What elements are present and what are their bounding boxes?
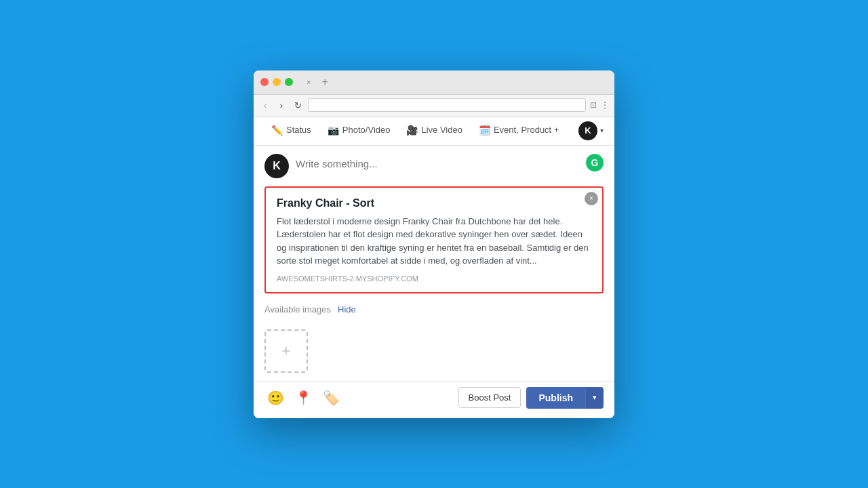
publish-dropdown-button[interactable]: ▾	[585, 387, 604, 409]
available-images-label: Available images	[264, 304, 331, 314]
tab-close-button[interactable]: ×	[307, 78, 311, 86]
link-preview-container: Franky Chair - Sort Flot læderstol i mod…	[264, 186, 604, 293]
link-preview-domain: AWESOMETSHIRTS-2.MYSHOPIFY.COM	[277, 274, 591, 283]
browser-toolbar: ‹ › ↻ ⊡ ⋮	[254, 95, 614, 117]
link-preview-title: Franky Chair - Sort	[277, 197, 591, 209]
menu-icon[interactable]: ⋮	[601, 100, 609, 110]
event-product-icon: 🗓️	[479, 125, 490, 136]
images-row: +	[254, 325, 614, 381]
tab-event-product-label: Event, Product +	[494, 125, 559, 135]
hide-images-link[interactable]: Hide	[338, 304, 356, 314]
link-preview-close-button[interactable]: ×	[585, 192, 598, 205]
link-preview-content: Franky Chair - Sort Flot læderstol i mod…	[266, 188, 602, 292]
add-image-button[interactable]: +	[264, 329, 308, 373]
compose-input[interactable]	[296, 154, 604, 169]
account-icon[interactable]: ⊡	[590, 100, 597, 110]
location-icon[interactable]: 📍	[292, 387, 315, 409]
browser-window: × + ‹ › ↻ ⊡ ⋮ ✏️ Status 📷 Photo/Video 🎥	[254, 70, 614, 418]
fullscreen-traffic-light[interactable]	[285, 78, 293, 86]
emoji-icon[interactable]: 🙂	[264, 387, 287, 409]
tab-live-video[interactable]: 🎥 Live Video	[399, 117, 469, 145]
link-preview-card: Franky Chair - Sort Flot læderstol i mod…	[264, 186, 604, 293]
facebook-content: ✏️ Status 📷 Photo/Video 🎥 Live Video 🗓️ …	[254, 117, 614, 418]
tab-photo-video-label: Photo/Video	[342, 125, 391, 135]
close-traffic-light[interactable]	[260, 78, 269, 86]
forward-button[interactable]: ›	[275, 100, 288, 110]
status-icon: ✏️	[271, 125, 283, 136]
tab-event-product[interactable]: 🗓️ Event, Product +	[472, 117, 566, 145]
avatar: K	[264, 154, 289, 178]
refresh-button[interactable]: ↻	[292, 100, 304, 110]
browser-titlebar: × +	[254, 70, 614, 95]
address-bar[interactable]	[308, 98, 586, 112]
photo-video-icon: 📷	[328, 125, 339, 136]
tab-add-button[interactable]: +	[321, 76, 328, 88]
browser-toolbar-icons: ⊡ ⋮	[590, 100, 609, 110]
tab-status-label: Status	[286, 125, 311, 135]
bottom-toolbar: 🙂 📍 🏷️ Boost Post Publish ▾	[254, 381, 614, 418]
tab-status[interactable]: ✏️ Status	[264, 117, 318, 145]
live-video-icon: 🎥	[406, 125, 418, 136]
post-type-tabs: ✏️ Status 📷 Photo/Video 🎥 Live Video 🗓️ …	[254, 117, 614, 146]
composer-area: K G	[254, 146, 614, 186]
publish-btn-group: Publish ▾	[526, 387, 604, 409]
user-nav-dropdown-arrow[interactable]: ▾	[600, 127, 604, 134]
boost-post-button[interactable]: Boost Post	[458, 387, 521, 408]
minimize-traffic-light[interactable]	[273, 78, 281, 86]
available-images-row: Available images Hide	[254, 302, 614, 323]
grammarly-icon: G	[586, 154, 604, 171]
back-button[interactable]: ‹	[259, 100, 271, 110]
tab-live-video-label: Live Video	[421, 125, 462, 135]
link-preview-description: Flot læderstol i moderne design Franky C…	[277, 215, 591, 268]
user-nav-avatar[interactable]: K	[578, 121, 597, 140]
publish-button[interactable]: Publish	[526, 387, 585, 409]
tag-icon[interactable]: 🏷️	[320, 387, 342, 409]
traffic-lights	[260, 78, 293, 86]
tab-bar: × +	[307, 76, 328, 88]
tab-photo-video[interactable]: 📷 Photo/Video	[321, 117, 397, 145]
